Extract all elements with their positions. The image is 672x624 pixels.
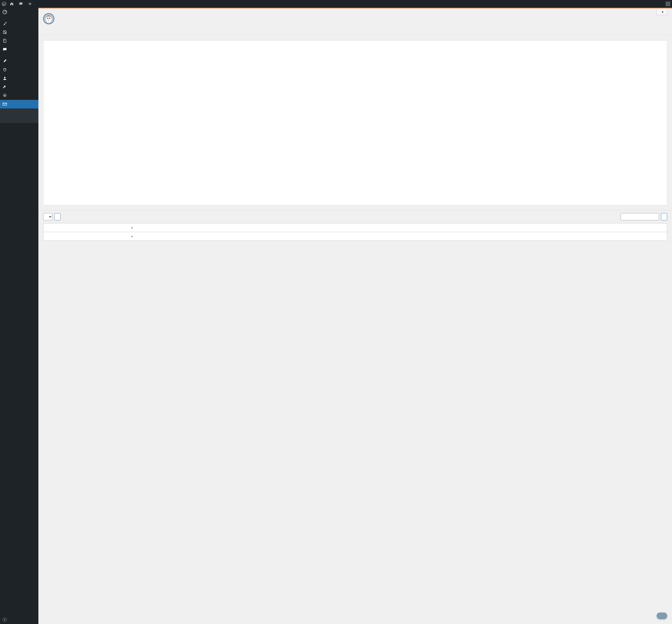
- svg-point-9: [49, 18, 50, 19]
- site-name-link[interactable]: [9, 2, 15, 6]
- sidebar-item-wp-mail-smtp[interactable]: [0, 100, 38, 108]
- reports-table: ▼ ▼: [43, 223, 667, 241]
- gear-icon: [2, 93, 7, 98]
- user-icon: [2, 76, 7, 81]
- wordpress-icon: [2, 2, 6, 6]
- main-content: ▼: [38, 8, 672, 245]
- col-total[interactable]: ▼: [127, 232, 254, 241]
- brush-icon: [2, 58, 7, 63]
- line-chart: [45, 44, 665, 202]
- wrench-icon: [2, 84, 7, 89]
- new-link[interactable]: [28, 2, 34, 6]
- media-icon: [2, 30, 7, 34]
- submenu-settings[interactable]: [0, 108, 38, 111]
- plugin-logo: [43, 13, 54, 24]
- plus-icon: [28, 2, 32, 6]
- sidebar-item-media[interactable]: [0, 28, 38, 36]
- chart-panel: [38, 35, 672, 210]
- admin-sidebar: [0, 8, 38, 245]
- col-subject[interactable]: [44, 232, 127, 241]
- filter-button[interactable]: [54, 213, 60, 220]
- col-sent[interactable]: [254, 224, 336, 232]
- dashboard-icon: [2, 9, 7, 15]
- sidebar-item-users[interactable]: [0, 74, 38, 83]
- search-input[interactable]: [621, 213, 659, 220]
- sidebar-item-plugins[interactable]: [0, 65, 38, 74]
- col-sent[interactable]: [254, 232, 336, 241]
- plug-icon: [2, 67, 7, 72]
- submenu-email-reports[interactable]: [0, 114, 38, 117]
- home-icon: [9, 2, 14, 6]
- col-total[interactable]: ▼: [127, 224, 254, 232]
- howdy-user[interactable]: [664, 2, 670, 6]
- mail-icon: [2, 102, 7, 107]
- svg-point-8: [47, 18, 49, 19]
- chevron-down-icon: ▼: [661, 10, 664, 14]
- col-failed[interactable]: [336, 224, 418, 232]
- submenu-tools[interactable]: [0, 117, 38, 120]
- date-range-select[interactable]: [43, 213, 52, 220]
- submenu-about-us[interactable]: [0, 120, 38, 123]
- sidebar-item-pages[interactable]: [0, 36, 38, 45]
- col-graph: [583, 224, 667, 232]
- col-open-count[interactable]: [418, 224, 501, 232]
- svg-point-3: [4, 77, 5, 78]
- sidebar-item-comments[interactable]: [0, 45, 38, 54]
- svg-point-7: [46, 16, 52, 23]
- sidebar-submenu: [0, 108, 38, 123]
- avatar: [666, 2, 670, 6]
- page-icon: [2, 38, 7, 43]
- sidebar-item-tools[interactable]: [0, 83, 38, 91]
- sidebar-item-appearance[interactable]: [0, 57, 38, 65]
- col-graph: [583, 232, 667, 241]
- comment-icon: [19, 2, 23, 6]
- chart-container: [43, 40, 667, 205]
- pin-icon: [2, 21, 7, 26]
- search-emails-button[interactable]: [661, 213, 667, 220]
- col-click-count[interactable]: [501, 232, 583, 241]
- admin-bar: [0, 0, 672, 8]
- sort-desc-icon: ▼: [131, 227, 133, 229]
- svg-point-2: [5, 32, 6, 33]
- sort-desc-icon: ▼: [131, 235, 133, 238]
- col-subject[interactable]: [44, 224, 127, 232]
- sidebar-item-posts[interactable]: [0, 19, 38, 28]
- screen-options-button[interactable]: ▼: [656, 9, 667, 15]
- sidebar-item-dashboard[interactable]: [0, 8, 38, 16]
- comment-icon: [2, 47, 7, 52]
- plugin-header: ▼: [38, 8, 672, 28]
- col-failed[interactable]: [336, 232, 418, 241]
- items-count: [38, 241, 672, 245]
- wp-logo[interactable]: [2, 2, 6, 6]
- comments-link[interactable]: [19, 2, 24, 6]
- svg-point-4: [4, 95, 5, 96]
- sidebar-item-settings[interactable]: [0, 91, 38, 100]
- col-click-count[interactable]: [501, 224, 583, 232]
- col-open-count[interactable]: [418, 232, 501, 241]
- submenu-email-log[interactable]: [0, 111, 38, 114]
- filter-row: [38, 210, 672, 223]
